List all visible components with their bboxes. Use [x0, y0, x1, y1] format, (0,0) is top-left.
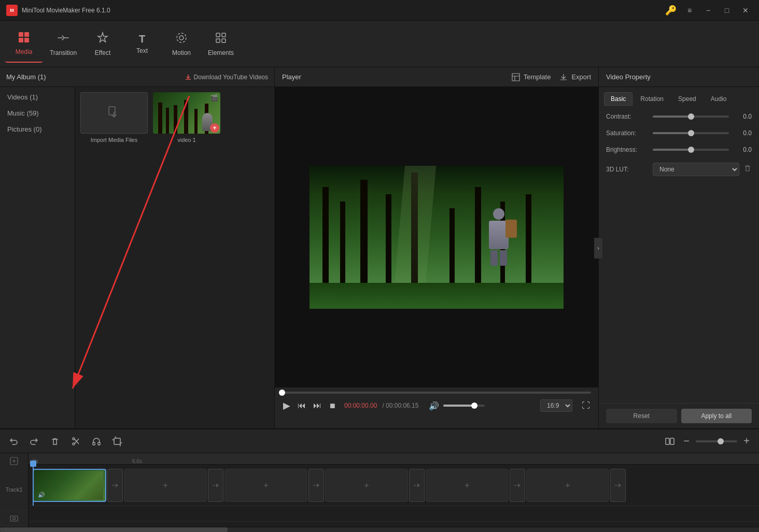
- fullscreen-button[interactable]: ⛶: [581, 400, 591, 411]
- media-label: Media: [16, 48, 33, 55]
- video1-item[interactable]: 🎬 + video 1: [153, 92, 220, 143]
- transition-button-2[interactable]: [208, 469, 223, 502]
- tool-effect[interactable]: Effect: [84, 25, 121, 63]
- crop-button[interactable]: [109, 433, 125, 450]
- cut-button[interactable]: [67, 433, 84, 450]
- effect-label: Effect: [95, 49, 110, 56]
- contrast-slider-wrap: 0.0: [653, 113, 752, 120]
- lut-label: 3D LUT:: [606, 166, 653, 173]
- tool-motion[interactable]: Motion: [163, 25, 200, 63]
- placeholder-1[interactable]: [124, 469, 207, 502]
- svg-rect-6: [216, 33, 220, 37]
- template-button[interactable]: Template: [511, 73, 551, 82]
- undo-button[interactable]: [5, 433, 22, 450]
- video-clip[interactable]: 🔊: [33, 469, 106, 502]
- zoom-slider[interactable]: [696, 440, 737, 442]
- placeholder-5[interactable]: [526, 469, 609, 502]
- left-panel: My Album (1) Download YouTube Videos Vid…: [0, 67, 275, 428]
- svg-rect-17: [670, 438, 674, 444]
- svg-rect-14: [98, 442, 100, 445]
- tab-rotation[interactable]: Rotation: [634, 92, 670, 106]
- volume-button[interactable]: 🔊: [428, 400, 440, 412]
- volume-slider[interactable]: [443, 405, 485, 407]
- tool-elements[interactable]: Elements: [202, 25, 240, 63]
- minimize-button[interactable]: −: [701, 3, 715, 18]
- track-label-area: Track1 ♪: [0, 453, 28, 527]
- tab-basic[interactable]: Basic: [604, 92, 632, 106]
- tab-audio[interactable]: Audio: [704, 92, 734, 106]
- track-icon-area: [0, 510, 28, 526]
- menu-button[interactable]: ≡: [682, 3, 697, 18]
- download-youtube-button[interactable]: Download YouTube Videos: [185, 74, 268, 81]
- transition-button-5[interactable]: [510, 469, 525, 502]
- timeline-ruler: 0s 6.6s: [29, 453, 759, 465]
- panel-collapse-button[interactable]: ›: [594, 238, 602, 258]
- transition-button-1[interactable]: [107, 469, 123, 502]
- category-videos[interactable]: Videos (1): [0, 89, 75, 105]
- tab-speed[interactable]: Speed: [671, 92, 703, 106]
- transition-button-3[interactable]: [308, 469, 324, 502]
- sub-track-row: [29, 506, 759, 522]
- zoom-in-button[interactable]: +: [739, 434, 754, 449]
- saturation-slider-wrap: 0.0: [653, 130, 752, 137]
- reset-button[interactable]: Reset: [606, 409, 677, 423]
- app-logo: M: [6, 5, 18, 16]
- timeline-scroll-thumb[interactable]: [0, 527, 228, 532]
- export-button[interactable]: Export: [559, 73, 591, 82]
- aspect-ratio-select[interactable]: 16:9 9:16 1:1 4:3: [540, 399, 572, 412]
- transition-button-4[interactable]: [409, 469, 425, 502]
- video-camera-icon: 🎬: [210, 94, 218, 102]
- tool-text[interactable]: T Text: [123, 25, 161, 63]
- media-grid: Import Media Files: [75, 87, 274, 428]
- skip-forward-button[interactable]: ⏭: [312, 400, 322, 411]
- svg-rect-8: [216, 39, 220, 42]
- tool-transition[interactable]: Transition: [45, 25, 82, 63]
- settings-button[interactable]: 🔑: [664, 3, 678, 18]
- delete-button[interactable]: [47, 433, 63, 450]
- category-pictures[interactable]: Pictures (0): [0, 121, 75, 137]
- brightness-slider[interactable]: [653, 149, 729, 151]
- effect-icon: [96, 32, 109, 47]
- transition-button-6[interactable]: [610, 469, 626, 502]
- lut-delete-button[interactable]: [743, 164, 752, 175]
- timeline-tracks[interactable]: 0s 6.6s 🔊: [29, 453, 759, 527]
- placeholder-2[interactable]: [224, 469, 307, 502]
- timeline-scrollbar[interactable]: [0, 527, 759, 532]
- saturation-value: 0.0: [733, 130, 752, 137]
- video1-label: video 1: [177, 137, 195, 143]
- ruler-mark-1: 6.6s: [132, 458, 142, 464]
- saturation-slider[interactable]: [653, 132, 729, 134]
- saturation-label: Saturation:: [606, 130, 653, 137]
- redo-button[interactable]: [26, 433, 43, 450]
- property-content: Contrast: 0.0 Saturation: 0.: [599, 106, 759, 403]
- placeholder-3[interactable]: [325, 469, 408, 502]
- split-view-button[interactable]: [663, 434, 677, 449]
- playhead[interactable]: [33, 465, 34, 506]
- contrast-slider[interactable]: [653, 116, 729, 118]
- tool-media[interactable]: Media: [5, 25, 43, 63]
- stop-button[interactable]: ⏹: [328, 400, 337, 411]
- skip-back-button[interactable]: ⏮: [297, 400, 307, 411]
- category-music[interactable]: Music (59): [0, 105, 75, 121]
- import-media-item[interactable]: Import Media Files: [80, 92, 148, 143]
- zoom-out-button[interactable]: −: [679, 434, 694, 449]
- player-panel: Player Template Export: [275, 67, 598, 428]
- headphone-button[interactable]: [88, 433, 105, 450]
- progress-bar[interactable]: [282, 392, 591, 394]
- category-list: Videos (1) Music (59) Pictures (0): [0, 87, 75, 428]
- apply-to-all-button[interactable]: Apply to all: [681, 409, 752, 423]
- maximize-button[interactable]: □: [720, 3, 734, 18]
- add-track-button[interactable]: [0, 453, 28, 469]
- add-video-button[interactable]: +: [210, 123, 219, 133]
- zoom-controls: − +: [663, 434, 754, 449]
- close-button[interactable]: ✕: [738, 3, 753, 18]
- current-time: 00:00:00.00: [344, 402, 377, 409]
- main-area: My Album (1) Download YouTube Videos Vid…: [0, 67, 759, 428]
- video-preview: [310, 166, 564, 309]
- player-controls: ▶ ⏮ ⏭ ⏹ 00:00:00.00 / 00:00:06.15 🔊 16:9…: [275, 387, 598, 428]
- placeholder-4[interactable]: [426, 469, 509, 502]
- video-property-title: Video Property: [606, 73, 651, 81]
- player-header: Player Template Export: [275, 67, 598, 87]
- lut-select[interactable]: None: [653, 163, 739, 176]
- play-button[interactable]: ▶: [282, 399, 291, 412]
